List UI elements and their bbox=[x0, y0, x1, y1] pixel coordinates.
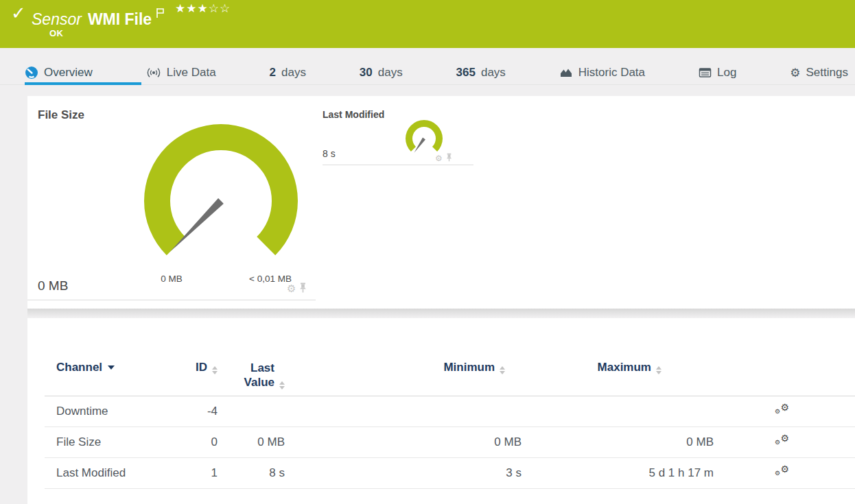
column-header-maximum[interactable]: Maximum bbox=[522, 361, 714, 374]
cell-channel: Downtime bbox=[56, 405, 176, 418]
tab-30-days[interactable]: 30 days bbox=[360, 66, 403, 80]
channel-table-header: Channel ID Last Value Minimum Maximum bbox=[45, 318, 855, 396]
channels-panel: Channel ID Last Value Minimum Maximum Do… bbox=[27, 318, 855, 504]
cell-channel: File Size bbox=[56, 435, 176, 449]
tab-365-days-label: days bbox=[481, 66, 506, 80]
cell-minimum: 3 s bbox=[285, 466, 522, 480]
sort-arrows-icon bbox=[212, 366, 218, 374]
tab-overview-label: Overview bbox=[44, 66, 93, 80]
last-modified-card-divider bbox=[323, 165, 473, 165]
tab-settings[interactable]: ⚙ Settings bbox=[790, 66, 848, 80]
column-header-channel[interactable]: Channel bbox=[56, 361, 176, 374]
panel-shadow bbox=[27, 309, 855, 318]
priority-stars-filled: ★★★ bbox=[175, 1, 209, 15]
table-row-last-modified[interactable]: Last Modified 1 8 s 3 s 5 d 1 h 17 m ⚙⚙ bbox=[45, 458, 855, 489]
gauges-panel: File Size 0 MB < 0,01 MB 0 MB ⚙ Last Mod… bbox=[27, 96, 855, 309]
channel-settings-gears-icon[interactable]: ⚙⚙ bbox=[774, 464, 789, 478]
log-icon bbox=[699, 67, 712, 78]
tab-365-days-number: 365 bbox=[456, 66, 476, 80]
file-size-value: 0 MB bbox=[38, 278, 68, 293]
priority-stars-empty: ☆☆ bbox=[209, 1, 231, 15]
column-header-id[interactable]: ID bbox=[176, 361, 218, 374]
last-modified-value: 8 s bbox=[323, 148, 336, 159]
cell-last-value: 8 s bbox=[218, 466, 285, 480]
sort-caret-icon bbox=[108, 365, 115, 370]
tab-live-data[interactable]: Live Data bbox=[146, 66, 216, 80]
cell-minimum: 0 MB bbox=[285, 435, 522, 449]
gauge-needle bbox=[414, 138, 425, 153]
gauge-icon bbox=[25, 66, 38, 80]
tab-live-data-label: Live Data bbox=[167, 66, 216, 80]
sort-arrows-icon bbox=[656, 366, 661, 374]
flag-icon[interactable] bbox=[156, 4, 166, 23]
gauge-pin-icon[interactable] bbox=[299, 283, 307, 296]
cell-maximum: 0 MB bbox=[522, 435, 714, 449]
channel-settings-gears-icon[interactable]: ⚙⚙ bbox=[774, 403, 789, 416]
file-size-card-divider bbox=[27, 300, 316, 300]
priority-stars[interactable]: ★★★☆☆ bbox=[175, 1, 231, 15]
tab-365-days[interactable]: 365 days bbox=[456, 66, 506, 80]
cell-maximum: 5 d 1 h 17 m bbox=[522, 466, 714, 480]
sort-arrows-icon bbox=[279, 381, 285, 389]
gauge-pin-icon[interactable] bbox=[446, 152, 452, 165]
table-row-downtime[interactable]: Downtime -4 ⚙⚙ bbox=[45, 396, 855, 427]
tab-2-days-label: days bbox=[281, 66, 306, 80]
channel-settings-gears-icon[interactable]: ⚙⚙ bbox=[774, 433, 789, 447]
cell-last-value: 0 MB bbox=[218, 435, 285, 449]
column-header-minimum[interactable]: Minimum bbox=[285, 361, 522, 374]
broadcast-icon bbox=[146, 67, 161, 79]
tab-log-label: Log bbox=[717, 66, 736, 80]
tab-30-days-number: 30 bbox=[360, 66, 373, 80]
table-row-file-size[interactable]: File Size 0 0 MB 0 MB 0 MB ⚙⚙ bbox=[45, 427, 855, 458]
cell-id: -4 bbox=[176, 405, 218, 418]
gauge-gear-icon[interactable]: ⚙ bbox=[435, 154, 443, 163]
tab-2-days[interactable]: 2 days bbox=[270, 66, 306, 80]
cell-id: 0 bbox=[176, 435, 218, 449]
status-ok-check-icon: ✓ bbox=[11, 3, 26, 23]
gear-icon: ⚙ bbox=[790, 67, 800, 79]
channel-table: Channel ID Last Value Minimum Maximum Do… bbox=[45, 318, 855, 489]
column-header-last-value[interactable]: Last Value bbox=[218, 361, 285, 390]
tab-log[interactable]: Log bbox=[699, 66, 736, 80]
file-size-gauge-title: File Size bbox=[38, 108, 84, 122]
tab-2-days-number: 2 bbox=[270, 66, 276, 80]
sensor-title: SensorWMI File bbox=[32, 4, 166, 29]
tab-historic-data-label: Historic Data bbox=[578, 66, 645, 80]
prtg-sensor-page: ✓ SensorWMI File ★★★☆☆ OK Overview bbox=[0, 0, 855, 504]
gauge-gear-icon[interactable]: ⚙ bbox=[287, 284, 296, 294]
sort-arrows-icon bbox=[500, 366, 505, 374]
gauge-scale-min: 0 MB bbox=[144, 274, 199, 284]
gauge-arc bbox=[406, 120, 443, 152]
file-size-gauge-actions: ⚙ bbox=[287, 283, 307, 296]
last-modified-gauge-title: Last Modified bbox=[323, 109, 384, 120]
file-size-gauge[interactable] bbox=[139, 119, 303, 289]
tab-settings-label: Settings bbox=[806, 66, 848, 80]
tab-bar: Overview Live Data 2 days bbox=[0, 48, 855, 96]
sensor-name: WMI File bbox=[88, 10, 152, 28]
area-chart-icon bbox=[559, 67, 573, 79]
cell-channel: Last Modified bbox=[56, 466, 176, 480]
cell-id: 1 bbox=[176, 466, 218, 480]
sensor-header: ✓ SensorWMI File ★★★☆☆ OK bbox=[0, 0, 855, 48]
gauge-needle bbox=[170, 198, 224, 252]
tab-30-days-label: days bbox=[378, 66, 403, 80]
gauge-arc bbox=[144, 124, 298, 255]
tab-historic-data[interactable]: Historic Data bbox=[559, 66, 645, 80]
sensor-status-badge: OK bbox=[49, 28, 64, 38]
tab-overview[interactable]: Overview bbox=[25, 66, 93, 80]
last-modified-gauge-actions: ⚙ bbox=[435, 152, 452, 165]
active-tab-underline bbox=[25, 82, 141, 85]
sensor-kind-label: Sensor bbox=[32, 10, 82, 28]
